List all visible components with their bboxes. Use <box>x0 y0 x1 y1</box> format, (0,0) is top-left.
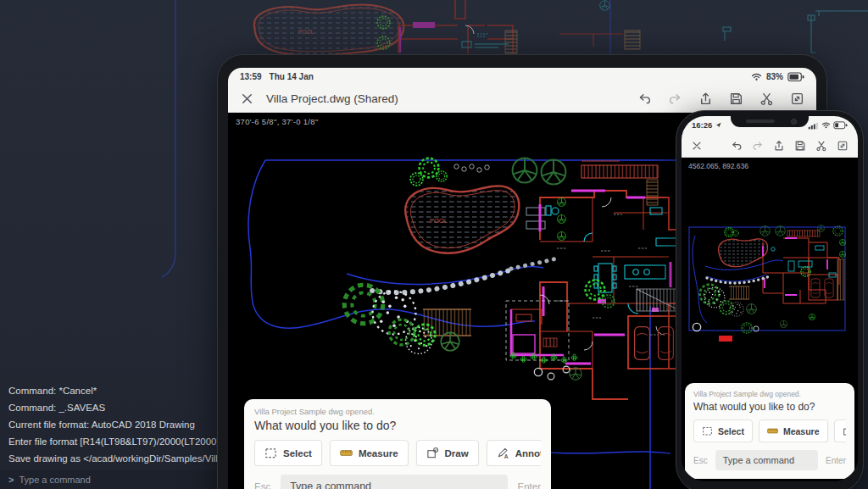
bg-pool: POOL <box>254 5 403 56</box>
pool: POOL <box>405 186 519 253</box>
redo-icon[interactable] <box>668 92 682 106</box>
draw-button[interactable]: Draw <box>834 420 846 442</box>
iphone-toolbar <box>682 134 858 158</box>
close-icon[interactable] <box>240 92 254 106</box>
enter-key[interactable]: Enter <box>826 456 846 465</box>
share-icon[interactable] <box>773 140 785 152</box>
draw-button[interactable]: Draw <box>416 440 479 466</box>
svg-text:POOL: POOL <box>430 217 448 225</box>
battery-icon <box>833 121 848 130</box>
esc-key[interactable]: Esc <box>693 456 708 465</box>
assist-panel: Villa Project Sample dwg opened. What wo… <box>685 383 854 479</box>
assist-panel: Villa Project Sample dwg opened. What wo… <box>244 399 551 489</box>
tool-button-row: Select Measure Draw Annotate <box>693 420 846 442</box>
command-input[interactable]: Type a command <box>281 475 507 489</box>
ipad-time: 13:59 <box>240 72 262 81</box>
measure-label: Measure <box>783 426 820 436</box>
command-line: Command: _.SAVEAS <box>8 399 242 416</box>
panel-question: What would you like to do? <box>693 401 846 413</box>
panel-question: What would you like to do? <box>254 419 541 432</box>
panel-message: Villa Project Sample dwg opened. <box>693 390 846 398</box>
hedge-row <box>372 270 509 292</box>
fullscreen-icon[interactable] <box>790 92 804 106</box>
villa-plan-mini <box>682 158 858 403</box>
command-prompt-icon: > <box>8 475 14 485</box>
draw-icon <box>426 447 439 459</box>
location-arrow-icon <box>715 121 722 129</box>
fullscreen-icon[interactable] <box>837 140 849 152</box>
esc-key[interactable]: Esc <box>254 481 270 489</box>
measure-icon <box>340 447 353 459</box>
wifi-icon <box>751 71 762 82</box>
house-plan <box>540 191 690 399</box>
ipad-date: Thu 14 Jan <box>270 72 314 81</box>
select-icon <box>702 425 713 436</box>
command-input[interactable]: Type a command <box>715 450 818 470</box>
ipad-battery-percent: 83% <box>766 72 783 81</box>
measure-button[interactable]: Measure <box>759 420 828 442</box>
draw-icon <box>843 425 846 436</box>
select-button[interactable]: Select <box>693 420 753 442</box>
selected-hatch <box>719 336 732 342</box>
command-row: Esc Type a command Enter <box>254 475 541 489</box>
iphone-device: 16:26 <box>676 110 864 489</box>
command-line: Enter file format [R14(LT98&LT97)/2000(L… <box>8 433 242 450</box>
iphone-drawing-canvas[interactable]: 4562.065, 892.636 <box>682 158 858 481</box>
undo-icon[interactable] <box>731 140 743 152</box>
signal-icon <box>808 121 819 130</box>
command-log: Command: *Cancel* Command: _.SAVEAS Curr… <box>8 382 242 467</box>
battery-icon <box>787 72 804 82</box>
undo-icon[interactable] <box>637 92 652 106</box>
pergola <box>581 165 658 178</box>
command-row: Esc Type a command Enter <box>693 450 846 470</box>
select-label: Select <box>283 448 312 458</box>
cursor-coordinates: 370'-6 5/8", 37'-0 1/8" <box>236 117 319 126</box>
ipad-status-bar: 13:59 Thu 14 Jan 83% <box>228 68 816 86</box>
document-title: Villa Project.dwg (Shared) <box>266 92 626 105</box>
ipad-title-bar: Villa Project.dwg (Shared) <box>228 86 816 113</box>
wifi-icon <box>821 120 831 130</box>
iphone-time: 16:26 <box>692 120 712 130</box>
select-label: Select <box>718 426 744 436</box>
guest-wing <box>506 301 569 360</box>
iphone-notch <box>731 116 809 127</box>
command-line: Command: *Cancel* <box>8 382 242 399</box>
annotate-icon <box>497 447 509 459</box>
cursor-coordinates: 4562.065, 892.636 <box>688 162 748 170</box>
enter-key[interactable]: Enter <box>518 481 542 489</box>
save-icon[interactable] <box>729 92 743 106</box>
trim-scissors-icon[interactable] <box>760 92 774 106</box>
annotate-label: Annotate <box>515 448 541 458</box>
panel-message: Villa Project Sample dwg opened. <box>254 407 541 416</box>
command-line: Save drawing as </acad/workingDir/Sample… <box>8 450 242 467</box>
draw-label: Draw <box>445 448 469 458</box>
measure-icon <box>767 425 778 436</box>
measure-button[interactable]: Measure <box>330 440 409 466</box>
trim-scissors-icon[interactable] <box>815 140 827 152</box>
svg-text:POOL: POOL <box>298 29 314 35</box>
save-icon[interactable] <box>794 140 806 152</box>
iphone-screen: 16:26 <box>682 116 858 481</box>
redo-icon[interactable] <box>752 140 764 152</box>
desktop-command-input[interactable]: Type a command <box>19 475 90 485</box>
tool-button-row: Select Measure Draw Annotate <box>254 440 541 466</box>
close-icon[interactable] <box>691 140 703 152</box>
select-icon <box>264 447 277 459</box>
select-button[interactable]: Select <box>254 440 322 466</box>
annotate-button[interactable]: Annotate <box>487 440 541 466</box>
share-icon[interactable] <box>698 92 713 106</box>
measure-label: Measure <box>359 448 398 458</box>
command-line: Current file format: AutoCAD 2018 Drawin… <box>8 416 242 433</box>
desktop: POOL Command: *Cancel* C <box>0 0 868 489</box>
